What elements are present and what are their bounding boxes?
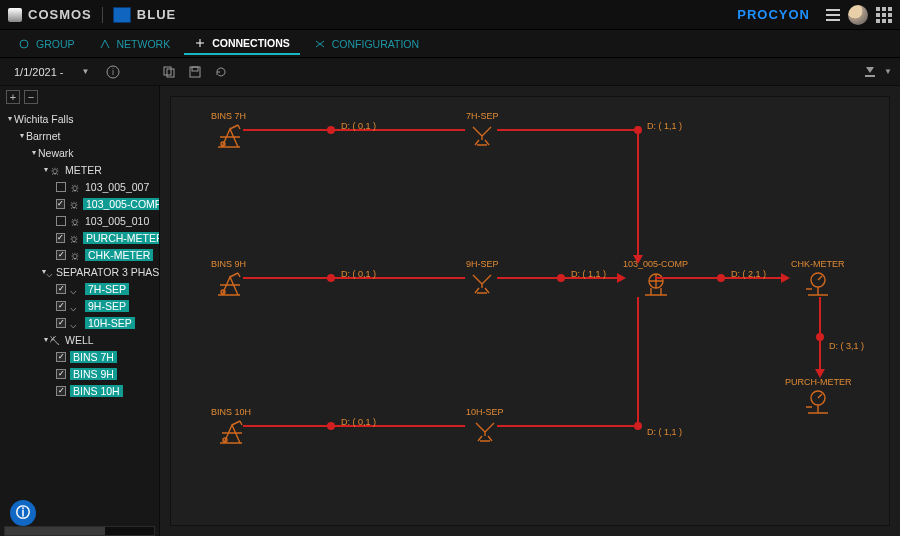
edge-label: D: ( 3,1 ) <box>829 341 864 351</box>
arrow-right-icon <box>781 273 790 283</box>
edge-marker <box>327 126 335 134</box>
tree-group[interactable]: ▾⛏WELL <box>0 331 159 348</box>
node-purch-meter[interactable]: PURCH-METER <box>785 377 852 417</box>
checkbox[interactable]: ✓ <box>56 199 65 209</box>
edge-marker <box>634 126 642 134</box>
tab-network[interactable]: NETWORK <box>89 34 181 54</box>
tree-item[interactable]: ✓BINS 7H <box>0 348 159 365</box>
checkbox[interactable]: ✓ <box>56 301 66 311</box>
checkbox[interactable]: ✓ <box>56 352 66 362</box>
tab-group[interactable]: GROUP <box>8 34 85 54</box>
tree-group[interactable]: ▾⛭METER <box>0 161 159 178</box>
sidebar: + − ▾Wichita Falls ▾Barrnet ▾Newark ▾⛭ME… <box>0 86 160 536</box>
tree-item[interactable]: ✓BINS 9H <box>0 365 159 382</box>
divider <box>102 7 103 23</box>
group-icon <box>18 38 30 50</box>
checkbox[interactable]: ✓ <box>56 369 66 379</box>
tree-item[interactable]: ✓⛭CHK-METER <box>0 246 159 263</box>
meter-icon <box>804 271 832 297</box>
tree-item[interactable]: ✓⌵7H-SEP <box>0 280 159 297</box>
checkbox[interactable]: ✓ <box>56 318 66 328</box>
svg-text:i: i <box>112 67 114 77</box>
edge-marker <box>557 274 565 282</box>
arrow-down-icon <box>815 369 825 378</box>
meter-icon: ⛭ <box>69 199 80 209</box>
edge-label: D: ( 1,1 ) <box>647 427 682 437</box>
separator-icon: ⌵ <box>70 318 82 328</box>
sidebar-scrollbar[interactable] <box>4 526 155 536</box>
checkbox[interactable] <box>56 182 66 192</box>
edge-label: D: ( 1,1 ) <box>571 269 606 279</box>
tab-label: GROUP <box>36 38 75 50</box>
meter-icon: ⛭ <box>70 250 82 260</box>
info-icon: ⓘ <box>16 504 30 522</box>
collapse-all-button[interactable]: − <box>24 90 38 104</box>
workspace-icon <box>113 7 131 23</box>
meter-icon: ⛭ <box>70 182 82 192</box>
node-compressor[interactable]: 103_005-COMP <box>623 259 688 299</box>
node-sep-7h[interactable]: 7H-SEP <box>466 111 499 149</box>
separator-icon: ⌵ <box>70 301 82 311</box>
download-icon[interactable] <box>862 64 878 80</box>
edge-marker <box>327 422 335 430</box>
refresh-icon[interactable] <box>213 64 229 80</box>
tab-configuration[interactable]: CONFIGURATION <box>304 34 429 54</box>
tree-item[interactable]: ✓⌵9H-SEP <box>0 297 159 314</box>
edge-label: D: ( 0,1 ) <box>341 121 376 131</box>
node-well-9h[interactable]: BINS 9H <box>211 259 246 299</box>
info-icon[interactable]: i <box>105 64 121 80</box>
tab-label: NETWORK <box>117 38 171 50</box>
tree-item[interactable]: ✓BINS 10H <box>0 382 159 399</box>
edge-marker <box>327 274 335 282</box>
menu-icon[interactable] <box>824 6 842 24</box>
svg-rect-7 <box>865 75 875 77</box>
node-sep-9h[interactable]: 9H-SEP <box>466 259 499 297</box>
edge <box>497 425 639 427</box>
diagram-canvas[interactable]: BINS 7H BINS 9H BINS 10H 7H-SEP 9H-SEP <box>160 86 900 536</box>
tree-item[interactable]: ✓⌵10H-SEP <box>0 314 159 331</box>
tree-node[interactable]: ▾Barrnet <box>0 127 159 144</box>
tree-item[interactable]: ⛭103_005_007 <box>0 178 159 195</box>
node-well-10h[interactable]: BINS 10H <box>211 407 251 447</box>
tree-item[interactable]: ✓⛭PURCH-METER <box>0 229 159 246</box>
separator-icon: ⌵ <box>70 284 82 294</box>
checkbox[interactable]: ✓ <box>56 233 65 243</box>
well-icon: ⛏ <box>50 335 62 345</box>
edge-marker <box>717 274 725 282</box>
expand-all-button[interactable]: + <box>6 90 20 104</box>
tree-node[interactable]: ▾Newark <box>0 144 159 161</box>
well-icon <box>214 123 244 149</box>
node-chk-meter[interactable]: CHK-METER <box>791 259 845 299</box>
user-avatar[interactable] <box>848 5 868 25</box>
app-logo[interactable]: COSMOS <box>8 7 92 22</box>
checkbox[interactable]: ✓ <box>56 386 66 396</box>
arrow-right-icon <box>617 273 626 283</box>
separator-icon <box>467 271 497 295</box>
tree-node[interactable]: ▾Wichita Falls <box>0 110 159 127</box>
tree-group[interactable]: ▾⌵SEPARATOR 3 PHASE <box>0 263 159 280</box>
tab-connections[interactable]: CONNECTIONS <box>184 33 300 55</box>
checkbox[interactable]: ✓ <box>56 250 66 260</box>
checkbox[interactable] <box>56 216 66 226</box>
project-name[interactable]: PROCYON <box>737 7 810 22</box>
workspace-name: BLUE <box>137 7 176 22</box>
save-icon[interactable] <box>187 64 203 80</box>
well-icon <box>214 271 244 297</box>
tree-item[interactable]: ✓⛭103_005-COMP <box>0 195 159 212</box>
tab-label: CONFIGURATION <box>332 38 419 50</box>
tree-item[interactable]: ⛭103_005_010 <box>0 212 159 229</box>
compressor-icon <box>641 271 671 297</box>
copy-icon[interactable] <box>161 64 177 80</box>
configuration-icon <box>314 38 326 50</box>
help-button[interactable]: ⓘ <box>10 500 36 526</box>
node-well-7h[interactable]: BINS 7H <box>211 111 246 151</box>
network-icon <box>99 38 111 50</box>
app-header: COSMOS BLUE PROCYON <box>0 0 900 30</box>
meter-icon <box>804 389 832 415</box>
chevron-down-icon[interactable]: ▼ <box>884 67 892 76</box>
app-name: COSMOS <box>28 7 92 22</box>
apps-grid-icon[interactable] <box>876 7 892 23</box>
date-picker[interactable]: 1/1/2021 - ▼ <box>8 64 95 80</box>
checkbox[interactable]: ✓ <box>56 284 66 294</box>
edge-label: D: ( 0,1 ) <box>341 417 376 427</box>
